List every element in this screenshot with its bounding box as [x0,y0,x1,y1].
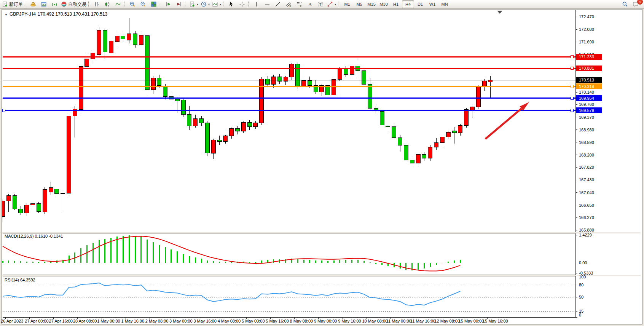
finance-button[interactable] [28,0,38,8]
timeframe-d1-button[interactable]: D1 [414,0,426,8]
candle-body [61,193,65,194]
channel-button[interactable]: E [283,0,294,8]
periods-button[interactable] [199,0,211,8]
indicator-template-icon [212,1,218,7]
line-chart-button[interactable] [113,0,123,8]
toolbar-grip[interactable] [338,2,340,7]
candle-body [344,69,348,74]
macd-panel: 1.42290.00-0.5333 [3,233,593,275]
auto-scroll-button[interactable] [163,0,174,8]
crosshair-button[interactable] [237,0,247,8]
svg-text:10 May 08:00: 10 May 08:00 [362,319,388,323]
timeframe-h4-button[interactable]: H4 [402,0,414,8]
horizontal-line-icon [264,1,270,7]
horizontal-line-button[interactable] [262,0,273,8]
svg-text:169.579: 169.579 [579,108,594,113]
price-axis[interactable]: 172.470172.080171.690171.310170.140169.7… [575,14,594,232]
vertical-line-button[interactable] [251,0,262,8]
label-button[interactable]: T [315,0,326,8]
timeframe-w1-button[interactable]: W1 [426,0,438,8]
timeframe-h1-button[interactable]: H1 [390,0,402,8]
timeframe-m1-button[interactable]: M1 [341,0,353,8]
svg-text:165.880: 165.880 [579,228,594,232]
vertical-line-icon [253,1,260,7]
new-order-button[interactable]: 新订单 [1,0,24,8]
symbol-dropdown-icon[interactable] [5,11,8,17]
hline-handle[interactable] [571,67,573,70]
zoom-out-button[interactable] [138,0,148,8]
fibonacci-button[interactable]: F [294,0,304,8]
cursor-button[interactable] [226,0,237,8]
chart-shift-marker[interactable] [497,11,502,14]
notification-badge: 1 [637,0,643,5]
toolbar-grip[interactable] [25,2,26,7]
tile-windows-icon [151,1,157,7]
chart-shift-icon [176,1,182,7]
auto-trading-button-label: 自动交易 [68,1,86,8]
svg-text:171.690: 171.690 [579,40,594,44]
candle-body [115,36,119,42]
annotation-arrow[interactable] [485,102,529,139]
tile-windows-button[interactable] [148,0,159,8]
svg-text:5 May 16:00: 5 May 16:00 [266,319,289,323]
zoom-in-button[interactable] [127,0,138,8]
hline-handle[interactable] [571,85,573,88]
candle-body [464,110,469,126]
toolbar-grip[interactable] [248,2,250,7]
timeframe-mn-button[interactable]: MN [438,0,451,8]
new-chart-icon [189,1,195,7]
candle-body [211,140,215,153]
candle-body [392,126,396,137]
hline-handle[interactable] [571,109,573,112]
new-chart-button[interactable] [188,0,199,8]
timeframe-m30-button[interactable]: M30 [378,0,390,8]
auto-trading-button[interactable]: 自动交易 [60,0,88,8]
svg-text:9 May 16:00: 9 May 16:00 [338,319,361,323]
templates-button[interactable] [211,0,222,8]
arrows-shapes-icon [327,1,333,7]
toolbar-grip[interactable] [124,2,126,7]
candle-body [85,59,89,67]
toolbar-grip[interactable] [88,2,90,7]
svg-text:27 Apr 16:00: 27 Apr 16:00 [49,319,73,323]
hline-handle[interactable] [571,97,573,99]
shapes-button[interactable] [326,0,337,8]
toolbar-grip[interactable] [160,2,161,7]
time-axis[interactable]: 26 Apr 202327 Apr 00:0027 Apr 16:0028 Ap… [1,317,508,323]
candle-body [103,30,107,52]
candle-body [127,34,131,40]
signals-button[interactable] [49,0,60,8]
svg-text:166.650: 166.650 [579,203,594,208]
charts-button[interactable] [38,0,49,8]
toolbar-grip[interactable] [223,2,225,7]
search-icon [622,1,628,7]
text-button[interactable]: A [304,0,315,8]
svg-text:1 May 00:00: 1 May 00:00 [97,319,120,323]
hline-handle[interactable] [571,56,573,58]
timeframe-m15-button[interactable]: M15 [365,0,378,8]
candle-body [181,100,185,114]
toolbar-grip[interactable] [185,2,187,7]
notifications-button[interactable]: 1 [630,0,641,8]
search-button[interactable] [620,0,630,8]
candle-body [13,195,17,209]
svg-text:28 Apr 08:00: 28 Apr 08:00 [73,319,97,323]
candle-body [284,77,288,81]
hline-handle[interactable] [2,109,5,112]
candle-body [302,80,306,86]
chart-shift-button[interactable] [174,0,184,8]
candlestick-chart-button[interactable] [102,0,113,8]
bar-chart-button[interactable] [91,0,102,8]
svg-text:1.4229: 1.4229 [579,233,592,237]
svg-text:80: 80 [579,283,583,287]
trendline-button[interactable] [273,0,283,8]
timeframe-m5-button[interactable]: M5 [353,0,365,8]
candle-body [434,143,438,147]
svg-text:4 May 08:00: 4 May 08:00 [218,319,241,323]
svg-text:170.140: 170.140 [579,90,594,94]
candle-body [260,79,264,123]
svg-text:E: E [290,5,291,7]
zoom-out-icon [140,1,146,7]
svg-text:9 May 00:00: 9 May 00:00 [314,319,337,323]
svg-text:170.318: 170.318 [579,84,594,89]
